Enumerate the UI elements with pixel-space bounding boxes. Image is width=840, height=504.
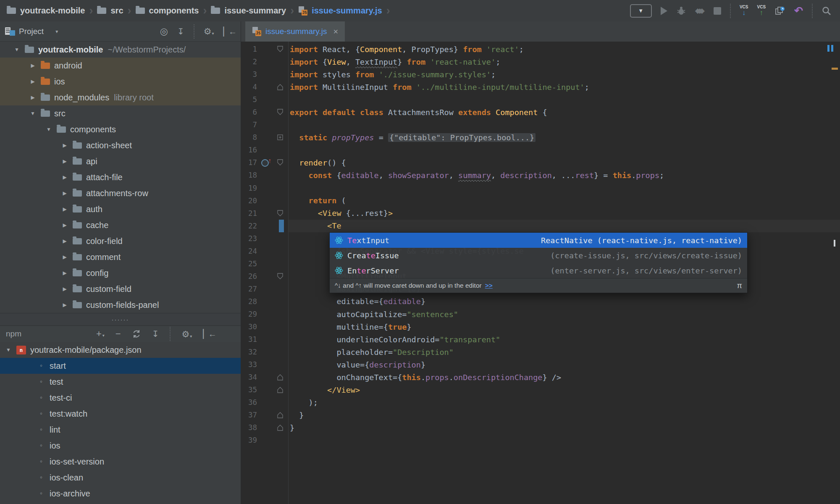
code-line-21[interactable]: 21 <View {...rest}>	[241, 207, 840, 220]
fold-marker-down-icon[interactable]	[276, 273, 284, 280]
fold-marker-up-icon[interactable]	[276, 373, 284, 381]
fold-marker-plus-icon[interactable]	[276, 134, 284, 141]
tab-issue-summary[interactable]: JS issue-summary.js ×	[245, 21, 345, 42]
code-line-19[interactable]: 19	[241, 182, 840, 194]
search-icon[interactable]	[822, 6, 832, 16]
chevron-right-icon[interactable]: ▶	[29, 94, 37, 100]
code-line-29[interactable]: 29 autoCapitalize="sentences"	[241, 308, 840, 320]
fold-marker-up-icon[interactable]	[276, 411, 284, 419]
code-line-33[interactable]: 33 value={description}	[241, 358, 840, 371]
code-line-2[interactable]: 2import {View, TextInput} from 'react-na…	[241, 55, 840, 68]
tree-item-custom-field[interactable]: ▶custom-field	[0, 281, 241, 297]
chevron-right-icon[interactable]: ▶	[60, 190, 69, 196]
tree-item-attach-file[interactable]: ▶attach-file	[0, 169, 241, 185]
npm-script-ios-set-version[interactable]: ◦ios-set-version	[0, 454, 241, 470]
gear-icon[interactable]: ⚙▾	[181, 330, 192, 339]
npm-script-ios[interactable]: ◦ios	[0, 438, 241, 454]
chevron-right-icon[interactable]: ▶	[60, 142, 69, 148]
code-line-34[interactable]: 34 onChangeText={this.props.onDescriptio…	[241, 371, 840, 383]
breadcrumb-item-components[interactable]: components	[136, 6, 199, 16]
code-line-39[interactable]: 39	[241, 434, 840, 446]
npm-package-row[interactable]: ▼nyoutrack-mobile/package.json	[0, 342, 241, 358]
fold-marker-down-icon[interactable]	[276, 210, 284, 217]
tree-item-comment[interactable]: ▶comment	[0, 249, 241, 265]
chevron-right-icon[interactable]: ▶	[60, 254, 69, 260]
tree-item-auth[interactable]: ▶auth	[0, 201, 241, 217]
fold-marker-down-icon[interactable]	[276, 108, 284, 116]
code-line-3[interactable]: 3import styles from './issue-summary.sty…	[241, 68, 840, 81]
collapse-all-icon[interactable]: ↧	[177, 27, 184, 36]
code-line-1[interactable]: 1import React, {Component, PropTypes} fr…	[241, 43, 840, 55]
npm-script-test-ci[interactable]: ◦test-ci	[0, 390, 241, 406]
tree-item-node_modules[interactable]: ▶node_moduleslibrary root	[0, 89, 241, 105]
undo-icon[interactable]: ↶	[794, 5, 803, 16]
npm-script-lint[interactable]: ◦lint	[0, 422, 241, 438]
chevron-down-icon[interactable]: ▼	[4, 347, 13, 353]
collapse-all-icon[interactable]: ↧	[152, 330, 159, 338]
run-config-dropdown[interactable]: ▼	[630, 4, 652, 18]
code-line-8[interactable]: 8 static propTypes = {"editable": PropTy…	[241, 131, 840, 144]
override-method-icon[interactable]: ↑	[261, 158, 274, 168]
code-line-7[interactable]: 7	[241, 118, 840, 131]
analysis-indicator-icon[interactable]	[827, 45, 833, 52]
code-line-17[interactable]: 17 render() {	[241, 156, 840, 169]
close-icon[interactable]: ×	[333, 27, 338, 37]
code-line-32[interactable]: 32 placeholder="Description"	[241, 346, 840, 358]
chevron-down-icon[interactable]: ▼	[13, 47, 21, 52]
hide-panel-icon[interactable]: ▏←	[203, 330, 215, 338]
splitter-handle[interactable]: ······	[112, 316, 129, 323]
tree-item-cache[interactable]: ▶cache	[0, 217, 241, 233]
code-line-5[interactable]: 5	[241, 93, 840, 106]
completion-item-EnterServer[interactable]: EnterServer(enter-server.js, src/views/e…	[330, 263, 747, 278]
debug-icon[interactable]	[676, 6, 686, 16]
npm-script-ios-clean[interactable]: ◦ios-clean	[0, 470, 241, 486]
breadcrumb-item-issue-summary[interactable]: issue-summary	[211, 6, 286, 16]
tree-item-color-field[interactable]: ▶color-field	[0, 233, 241, 249]
npm-script-start[interactable]: ◦start	[0, 358, 241, 374]
chevron-right-icon[interactable]: ▶	[60, 286, 69, 292]
code-line-31[interactable]: 31 underlineColorAndroid="transparent"	[241, 333, 840, 346]
tree-item-components[interactable]: ▼components	[0, 121, 241, 137]
changes-icon[interactable]	[774, 6, 785, 16]
gear-icon[interactable]: ⚙▾	[204, 27, 214, 36]
chevron-right-icon[interactable]: ▶	[60, 302, 69, 308]
chevron-right-icon[interactable]: ▶	[29, 63, 37, 68]
fold-marker-down-icon[interactable]	[276, 159, 284, 166]
tree-item-youtrack-mobile[interactable]: ▼youtrack-mobile~/WebstormProjects/	[0, 42, 241, 58]
completion-item-CreateIssue[interactable]: CreateIssue(create-issue.js, src/views/c…	[330, 248, 747, 263]
project-panel-header[interactable]: Project ▾ ◎↧⚙▾▏←	[0, 21, 241, 42]
tree-item-android[interactable]: ▶android	[0, 58, 241, 74]
warning-stripe-mark[interactable]	[832, 68, 838, 70]
tree-item-src[interactable]: ▼src	[0, 105, 241, 121]
npm-script-ios-archive[interactable]: ◦ios-archive	[0, 486, 241, 501]
code-line-28[interactable]: 28 editable={editable}	[241, 295, 840, 308]
chevron-down-icon[interactable]: ▼	[29, 110, 37, 116]
chevron-down-icon[interactable]: ▼	[45, 126, 53, 132]
code-line-35[interactable]: 35 </View>	[241, 383, 840, 396]
code-line-36[interactable]: 36 );	[241, 396, 840, 409]
chevron-right-icon[interactable]: ▶	[60, 270, 69, 276]
code-line-37[interactable]: 37 }	[241, 409, 840, 421]
chevron-right-icon[interactable]: ▶	[29, 79, 37, 84]
code-line-16[interactable]: 16	[241, 144, 840, 156]
coverage-icon[interactable]: ◆◆◆	[695, 6, 705, 15]
caret-stripe-mark[interactable]	[834, 240, 835, 247]
tree-item-ios[interactable]: ▶ios	[0, 74, 241, 89]
chevron-right-icon[interactable]: ▶	[60, 206, 69, 212]
vcs-push-icon[interactable]: VCS↑	[757, 5, 766, 16]
panel-splitter[interactable]: ······	[0, 313, 241, 326]
npm-script-test[interactable]: ◦test	[0, 374, 241, 390]
code-editor[interactable]: 1import React, {Component, PropTypes} fr…	[241, 42, 840, 504]
fold-marker-up-icon[interactable]	[276, 424, 284, 431]
npm-script-test:watch[interactable]: ◦test:watch	[0, 406, 241, 422]
locate-icon[interactable]: ◎	[160, 27, 168, 36]
code-line-30[interactable]: 30 multiline={true}	[241, 320, 840, 333]
breadcrumb-item-youtrack-mobile[interactable]: youtrack-mobile	[7, 6, 85, 16]
remove-icon[interactable]: −	[116, 329, 121, 339]
code-line-4[interactable]: 4import MultilineInput from '../multilin…	[241, 81, 840, 93]
chevron-right-icon[interactable]: ▶	[60, 238, 69, 244]
run-icon[interactable]	[661, 7, 667, 15]
tree-item-attachments-row[interactable]: ▶attachments-row	[0, 185, 241, 201]
npm-panel-header[interactable]: npm +▾−↧⚙▾▏←	[0, 326, 241, 342]
breadcrumb-item-src[interactable]: src	[97, 6, 123, 16]
